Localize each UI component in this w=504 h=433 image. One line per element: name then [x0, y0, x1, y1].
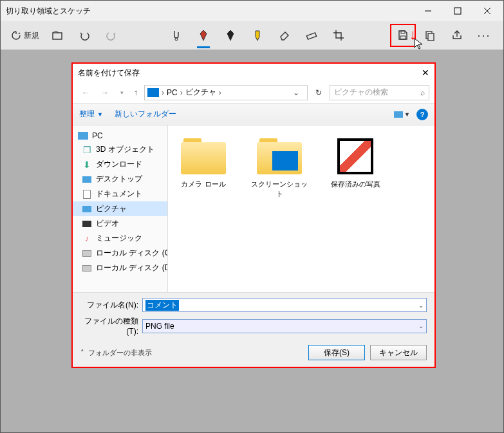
organize-button[interactable]: 整理 ▼	[79, 109, 103, 120]
maximize-button[interactable]	[443, 1, 472, 21]
view-options-button[interactable]: ▼	[394, 111, 410, 118]
dialog-titlebar: 名前を付けて保存 ✕	[73, 64, 434, 82]
tree-item-videos[interactable]: ビデオ	[73, 216, 167, 231]
share-button[interactable]	[444, 24, 470, 47]
titlebar: 切り取り領域とスケッチ	[1, 1, 503, 21]
new-label: 新規	[24, 30, 39, 41]
dialog-toolbar: 整理 ▼ 新しいフォルダー ▼ ?	[73, 104, 434, 125]
filename-input[interactable]: コメント ⌄	[142, 298, 427, 312]
document-icon	[82, 190, 92, 198]
tree-item-pictures[interactable]: ピクチャ	[73, 201, 167, 216]
file-list[interactable]: カメラ ロール スクリーンショット 保存済みの写真	[168, 125, 434, 292]
chevron-up-icon: ˄	[80, 349, 84, 357]
touch-write-button[interactable]	[163, 24, 189, 47]
dialog-nav: ← → ▾ ↑ › PC › ピクチャ › ⌄ ↻ ピクチャの検索 ⌕	[73, 82, 434, 104]
desktop-icon	[82, 176, 92, 183]
window-controls	[413, 1, 502, 21]
nav-back-button[interactable]: ←	[78, 88, 93, 97]
folder-icon	[257, 138, 302, 174]
disk-icon	[82, 250, 92, 257]
new-snip-button[interactable]: 新規	[7, 24, 43, 47]
cursor-icon	[414, 38, 423, 50]
download-icon: ⬇	[82, 161, 92, 169]
highlighter-button[interactable]	[245, 24, 270, 47]
filename-label: ファイル名(N):	[80, 300, 142, 311]
chevron-down-icon[interactable]: ⌄	[418, 322, 424, 329]
tree-item-pc[interactable]: PC	[73, 129, 167, 142]
chevron-right-icon: ›	[218, 88, 223, 97]
save-as-dialog: 名前を付けて保存 ✕ ← → ▾ ↑ › PC › ピクチャ › ⌄ ↻	[71, 62, 436, 368]
minimize-button[interactable]	[413, 1, 443, 21]
dialog-body: PC ❒3D オブジェクト ⬇ダウンロード デスクトップ ドキュメント ピクチャ…	[73, 125, 434, 292]
folder-camera-roll[interactable]: カメラ ロール	[174, 138, 232, 189]
svg-rect-6	[306, 33, 316, 39]
chevron-down-icon[interactable]: ⌄	[418, 302, 424, 309]
hide-folders-button[interactable]: ˄ フォルダーの非表示	[80, 348, 152, 358]
undo-button[interactable]	[71, 24, 97, 47]
search-placeholder: ピクチャの検索	[334, 87, 388, 98]
music-icon: ♪	[82, 235, 92, 243]
save-confirm-button[interactable]: 保存(S)	[308, 345, 365, 360]
tree-item-documents[interactable]: ドキュメント	[73, 187, 167, 201]
filetype-label: ファイルの種類(T):	[80, 316, 142, 336]
filename-value: コメント	[145, 300, 179, 311]
tree-item-3d-objects[interactable]: ❒3D オブジェクト	[73, 142, 167, 157]
ballpoint-pen-button[interactable]	[191, 24, 216, 47]
more-button[interactable]: ···	[471, 24, 497, 47]
eraser-button[interactable]	[272, 24, 297, 47]
nav-recent-dropdown[interactable]: ▾	[117, 89, 127, 96]
dialog-close-button[interactable]: ✕	[422, 68, 429, 78]
app-window: 切り取り領域とスケッチ 新規	[0, 0, 504, 433]
svg-rect-1	[454, 8, 461, 14]
address-bar[interactable]: › PC › ピクチャ › ⌄	[144, 85, 308, 100]
video-icon	[82, 220, 92, 228]
pencil-button[interactable]	[218, 24, 243, 47]
chevron-right-icon: ›	[160, 88, 165, 97]
tree-item-music[interactable]: ♪ミュージック	[73, 231, 167, 246]
refresh-button[interactable]: ↻	[312, 88, 326, 97]
open-button[interactable]	[44, 24, 70, 47]
window-title: 切り取り領域とスケッチ	[6, 6, 91, 17]
folder-icon	[181, 138, 226, 174]
cancel-button[interactable]: キャンセル	[370, 345, 427, 360]
breadcrumb-pc[interactable]: PC	[167, 88, 178, 97]
navigation-tree[interactable]: PC ❒3D オブジェクト ⬇ダウンロード デスクトップ ドキュメント ピクチャ…	[73, 125, 168, 292]
tree-item-desktop[interactable]: デスクトップ	[73, 172, 167, 187]
svg-rect-10	[428, 33, 434, 41]
cube-icon: ❒	[82, 146, 92, 154]
chevron-right-icon: ›	[179, 88, 184, 97]
search-icon: ⌕	[420, 88, 425, 97]
crop-button[interactable]	[326, 24, 351, 47]
search-input[interactable]: ピクチャの検索 ⌕	[330, 85, 429, 100]
svg-rect-4	[53, 33, 62, 39]
dialog-title: 名前を付けて保存	[78, 68, 140, 78]
pc-icon	[147, 88, 159, 97]
tree-item-local-disk-d[interactable]: ローカル ディスク (D	[73, 261, 167, 275]
canvas-area: 名前を付けて保存 ✕ ← → ▾ ↑ › PC › ピクチャ › ⌄ ↻	[1, 50, 503, 432]
ruler-button[interactable]	[299, 24, 324, 47]
redo-button[interactable]	[98, 24, 124, 47]
address-dropdown-button[interactable]: ⌄	[288, 88, 304, 97]
breadcrumb-pictures[interactable]: ピクチャ	[185, 87, 216, 98]
tree-item-local-disk-c[interactable]: ローカル ディスク (C	[73, 246, 167, 261]
new-folder-button[interactable]: 新しいフォルダー	[115, 109, 176, 120]
pictures-icon	[82, 205, 92, 213]
filetype-select[interactable]: PNG file ⌄	[142, 319, 427, 333]
svg-rect-8	[400, 36, 406, 39]
folder-saved-pictures[interactable]: 保存済みの写真	[326, 138, 384, 189]
disk-icon	[82, 264, 92, 272]
photo-icon	[337, 138, 373, 174]
folder-screenshots[interactable]: スクリーンショット	[250, 138, 308, 199]
close-button[interactable]	[472, 1, 502, 21]
nav-up-button[interactable]: ↑	[131, 88, 140, 97]
dialog-bottom: ファイル名(N): コメント ⌄ ファイルの種類(T): PNG file ⌄	[73, 292, 434, 367]
toolbar: 新規 ···	[1, 21, 503, 50]
help-button[interactable]: ?	[416, 109, 428, 120]
filetype-value: PNG file	[145, 322, 174, 331]
nav-forward-button[interactable]: →	[97, 88, 113, 97]
tree-item-downloads[interactable]: ⬇ダウンロード	[73, 157, 167, 172]
